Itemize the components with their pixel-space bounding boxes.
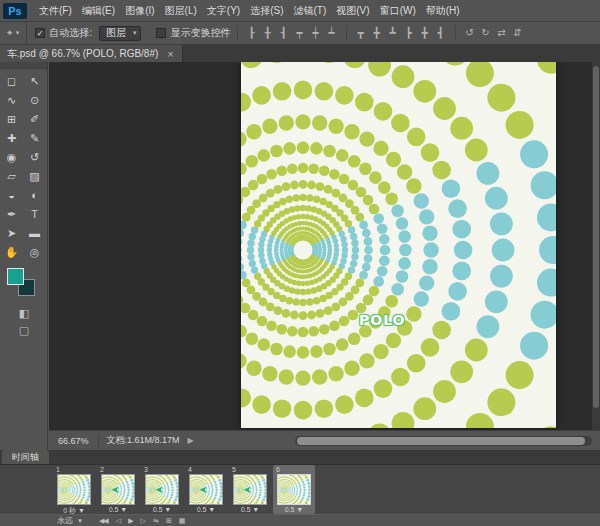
hand-tool[interactable]: ✋ <box>0 243 23 262</box>
play-button[interactable]: ▶ <box>128 517 132 525</box>
vertical-scrollbar[interactable] <box>592 62 600 430</box>
timeline-frame[interactable]: 10 秒 ▼ <box>53 465 95 514</box>
timeline-frame[interactable]: 5➤0.5 ▼ <box>229 465 271 514</box>
loop-count-dropdown[interactable]: 永远 ▼ <box>57 515 83 526</box>
next-frame-button[interactable]: ▷ <box>141 517 145 525</box>
horizontal-scrollbar-thumb[interactable] <box>297 437 585 445</box>
frame-delay-dropdown[interactable]: 0.5 ▼ <box>185 506 227 513</box>
move-tool[interactable]: ↖ <box>23 72 46 91</box>
menu-item[interactable]: 图像(I) <box>120 0 159 22</box>
horizontal-scrollbar[interactable] <box>295 436 592 446</box>
eraser-tool[interactable]: ▱ <box>0 167 23 186</box>
duplicate-frame-button[interactable]: ⊞ <box>166 517 171 525</box>
menu-item[interactable]: 视图(V) <box>331 0 374 22</box>
distribute-top-edges-icon[interactable]: ┳ <box>352 25 368 41</box>
lasso-tool[interactable]: ∿ <box>0 91 23 110</box>
canvas-area[interactable]: POLO <box>49 62 600 430</box>
show-transform-checkbox[interactable]: 显示变换控件 <box>156 26 230 40</box>
shape-tool[interactable]: ▬ <box>23 224 46 243</box>
menu-bar: Ps 文件(F)编辑(E)图像(I)图层(L)文字(Y)选择(S)滤镜(T)视图… <box>0 0 600 22</box>
delete-frame-button[interactable]: ▦ <box>179 517 185 525</box>
align-right-edges-icon[interactable]: ┨ <box>275 25 291 41</box>
tween-button[interactable]: ⇋ <box>153 517 158 525</box>
checkbox-checked-icon[interactable]: ✓ <box>35 28 45 38</box>
slide-3d-icon[interactable]: ⇵ <box>509 25 525 41</box>
frame-delay-dropdown[interactable]: 0.5 ▼ <box>141 506 183 513</box>
pen-tool[interactable]: ✒ <box>0 205 23 224</box>
frame-thumbnail[interactable]: ➤ <box>233 474 267 505</box>
distribute-right-edges-icon[interactable]: ┫ <box>432 25 448 41</box>
rectangular-marquee-tool[interactable]: ◻ <box>0 72 23 91</box>
auto-select-scope-dropdown[interactable]: 图层 ▾ <box>99 26 142 41</box>
zoom-tool[interactable]: ◎ <box>23 243 46 262</box>
frame-delay-dropdown[interactable]: 0.5 ▼ <box>273 506 315 513</box>
healing-brush-tool[interactable]: ✚ <box>0 129 23 148</box>
menu-item[interactable]: 文字(Y) <box>202 0 245 22</box>
distribute-bottom-edges-icon[interactable]: ┻ <box>384 25 400 41</box>
quick-mask-button[interactable]: ◧ <box>0 305 48 322</box>
align-bottom-edges-icon[interactable]: ┷ <box>323 25 339 41</box>
screen-mode-button[interactable]: ▢ <box>0 322 48 339</box>
frame-number: 6 <box>276 466 280 473</box>
path-selection-tool[interactable]: ➤ <box>0 224 23 243</box>
distribute-left-edges-icon[interactable]: ┣ <box>400 25 416 41</box>
rotate-3d-icon[interactable]: ↺ <box>461 25 477 41</box>
align-top-edges-icon[interactable]: ┯ <box>291 25 307 41</box>
status-flyout-arrow-icon[interactable]: ▶ <box>188 436 194 445</box>
timeline-frame[interactable]: 60.5 ▼ <box>273 465 315 514</box>
timeline-frame[interactable]: 3➤0.5 ▼ <box>141 465 183 514</box>
frame-delay-dropdown[interactable]: 0.5 ▼ <box>97 506 139 513</box>
timeline-panel-tab[interactable]: 时间轴 <box>2 450 49 464</box>
zoom-level[interactable]: 66.67% <box>49 434 99 448</box>
tools-panel-grip[interactable] <box>0 62 47 69</box>
timeline-frame[interactable]: 2➤0.5 ▼ <box>97 465 139 514</box>
frame-thumbnail[interactable]: ➤ <box>101 474 135 505</box>
align-horizontal-centers-icon[interactable]: ╂ <box>259 25 275 41</box>
menu-item[interactable]: 图层(L) <box>160 0 202 22</box>
timeline-frame[interactable]: 4➤0.5 ▼ <box>185 465 227 514</box>
history-brush-tool[interactable]: ↺ <box>23 148 46 167</box>
first-frame-button[interactable]: ◀◀ <box>99 517 108 525</box>
vertical-scrollbar-thumb[interactable] <box>593 66 599 408</box>
clone-stamp-tool[interactable]: ◉ <box>0 148 23 167</box>
scope-value: 图层 <box>106 26 126 40</box>
foreground-color-swatch[interactable] <box>7 268 24 285</box>
brush-tool[interactable]: ✎ <box>23 129 46 148</box>
frame-thumbnail[interactable]: ➤ <box>145 474 179 505</box>
frame-delay-dropdown[interactable]: 0.5 ▼ <box>229 506 271 513</box>
chevron-down-icon: ▾ <box>16 29 20 37</box>
distribute-horizontal-centers-icon[interactable]: ╋ <box>416 25 432 41</box>
app-logo: Ps <box>3 3 27 19</box>
quick-selection-tool[interactable]: ⊙ <box>23 91 46 110</box>
menu-item[interactable]: 滤镜(T) <box>289 0 332 22</box>
previous-frame-button[interactable]: ◁ <box>116 517 120 525</box>
document-tab[interactable]: 车.psd @ 66.7% (POLO, RGB/8#) × <box>0 45 183 62</box>
type-tool[interactable]: T <box>23 205 46 224</box>
menu-item[interactable]: 帮助(H) <box>421 0 465 22</box>
eyedropper-tool[interactable]: ✐ <box>23 110 46 129</box>
dodge-tool[interactable]: ◐ <box>23 186 46 205</box>
align-left-edges-icon[interactable]: ┠ <box>243 25 259 41</box>
crop-tool[interactable]: ⊞ <box>0 110 23 129</box>
tool-preset-dropdown[interactable]: ⌖ ▾ <box>0 22 27 44</box>
gradient-tool[interactable]: ▨ <box>23 167 46 186</box>
menu-item[interactable]: 文件(F) <box>34 0 77 22</box>
checkbox-unchecked-icon[interactable] <box>156 28 166 38</box>
align-icon-group: ┠╂┨┯┿┷ <box>237 25 339 41</box>
frame-thumbnail[interactable]: ➤ <box>189 474 223 505</box>
frame-number: 4 <box>188 466 192 473</box>
align-vertical-centers-icon[interactable]: ┿ <box>307 25 323 41</box>
tools-panel: ◻↖∿⊙⊞✐✚✎◉↺▱▨◒◐✒T➤▬✋◎ ◧ ▢ <box>0 62 48 450</box>
tab-close-icon[interactable]: × <box>167 49 173 59</box>
blur-tool[interactable]: ◒ <box>0 186 23 205</box>
auto-select-checkbox[interactable]: ✓ 自动选择: <box>35 26 92 40</box>
menu-item[interactable]: 编辑(E) <box>77 0 120 22</box>
distribute-vertical-centers-icon[interactable]: ╋ <box>368 25 384 41</box>
frame-thumbnail[interactable] <box>57 474 91 505</box>
frame-thumbnail[interactable] <box>277 474 311 505</box>
drag-3d-icon[interactable]: ⇄ <box>493 25 509 41</box>
document-image[interactable]: POLO <box>241 62 556 428</box>
menu-item[interactable]: 选择(S) <box>245 0 288 22</box>
menu-item[interactable]: 窗口(W) <box>375 0 421 22</box>
roll-3d-icon[interactable]: ↻ <box>477 25 493 41</box>
